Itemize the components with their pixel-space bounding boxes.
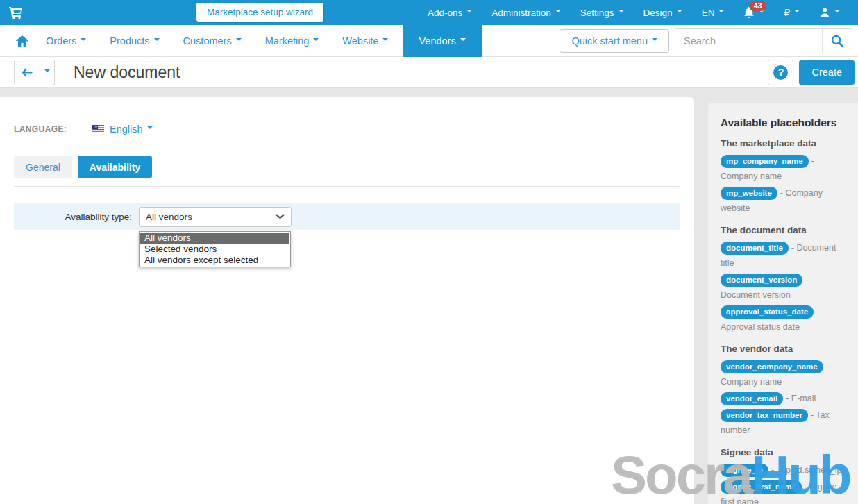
cart-icon[interactable]: [9, 6, 23, 19]
placeholder-item: document_title- Document title: [721, 240, 847, 271]
placeholder-badge[interactable]: mp_company_name: [721, 155, 809, 168]
nav-item-website[interactable]: Website: [330, 25, 400, 57]
marketplace-setup-wizard-button[interactable]: Marketplace setup wizard: [196, 3, 323, 22]
page-title: New document: [74, 63, 180, 82]
back-button[interactable]: [14, 60, 40, 85]
quick-start-menu-button[interactable]: Quick start menu: [560, 29, 669, 53]
menu-administration[interactable]: Administration: [482, 0, 571, 25]
tab-bar: General Availability: [14, 156, 152, 178]
tab-availability[interactable]: Availability: [78, 156, 152, 178]
main-nav: Orders Products Customers Marketing Webs…: [0, 25, 858, 57]
help-button[interactable]: ?: [768, 60, 793, 85]
placeholder-badge[interactable]: document_title: [721, 242, 789, 255]
chevron-down-icon: [794, 10, 800, 15]
placeholder-item: vendor_tax_number- Tax number: [721, 408, 847, 438]
nav-item-marketing[interactable]: Marketing: [253, 25, 331, 57]
search-input[interactable]: [675, 29, 822, 53]
header-actions: ? Create: [768, 60, 858, 85]
question-mark-icon: ?: [773, 65, 788, 80]
back-button-group: [14, 60, 55, 85]
tab-general[interactable]: General: [14, 156, 72, 178]
chevron-down-icon: [147, 126, 153, 132]
page-header: New document ? Create: [0, 57, 858, 88]
notification-badge: 43: [749, 1, 766, 11]
nav-item-orders[interactable]: Orders: [34, 25, 98, 57]
menu-settings[interactable]: Settings: [571, 0, 634, 25]
chevron-down-icon: [154, 38, 160, 44]
language-row: LANGUAGE: English: [14, 119, 153, 139]
nav-item-website-label: Website: [342, 35, 378, 47]
nav-item-orders-label: Orders: [46, 35, 76, 47]
option-all-vendors[interactable]: All vendors: [140, 233, 289, 244]
back-dropdown-button[interactable]: [40, 60, 55, 85]
language-code: EN: [702, 8, 715, 18]
availability-type-label: Availability type:: [14, 212, 132, 222]
placeholder-item: vendor_company_name- Company name: [721, 359, 847, 389]
nav-item-products[interactable]: Products: [98, 25, 171, 57]
option-selected-vendors[interactable]: Selected vendors: [140, 244, 289, 255]
nav-item-customers-label: Customers: [183, 35, 232, 47]
chevron-down-icon: [619, 10, 624, 15]
menu-design-label: Design: [644, 8, 673, 18]
create-button[interactable]: Create: [799, 60, 855, 85]
section-heading-marketplace: The marketplace data: [721, 138, 847, 149]
placeholder-item: mp_company_name- Company name: [721, 153, 847, 184]
placeholder-item: approval_status_date- Approval status da…: [721, 304, 847, 335]
chevron-down-icon: [81, 38, 86, 44]
currency-symbol: ₽: [784, 7, 790, 18]
section-heading-signee: Signee data: [721, 447, 847, 457]
placeholder-badge[interactable]: signee_ip: [721, 464, 768, 477]
nav-item-vendors-label: Vendors: [419, 35, 455, 47]
availability-type-select[interactable]: All vendors: [139, 207, 292, 227]
placeholder-badge[interactable]: mp_website: [721, 187, 777, 200]
notifications-button[interactable]: 43: [734, 0, 774, 25]
main-content-panel: LANGUAGE: English General Availability A…: [0, 97, 694, 504]
account-menu[interactable]: [809, 0, 850, 25]
option-all-vendors-except-selected[interactable]: All vendors except selected: [140, 255, 289, 266]
availability-type-dropdown: All vendors Selected vendors All vendors…: [139, 231, 291, 267]
chevron-down-icon: [677, 10, 682, 15]
chevron-down-icon: [236, 38, 242, 44]
placeholder-badge[interactable]: vendor_tax_number: [721, 409, 808, 422]
nav-right-group: Quick start menu: [560, 28, 858, 53]
search-button[interactable]: [822, 29, 852, 53]
search-icon: [831, 35, 843, 47]
topbar-menu: Add-ons Administration Settings Design E…: [418, 0, 858, 25]
menu-design[interactable]: Design: [634, 0, 692, 25]
chevron-down-icon: [382, 38, 388, 44]
search-box: [675, 28, 852, 53]
placeholder-item: signee_first_name- Signee first name: [721, 479, 847, 504]
placeholder-badge[interactable]: approval_status_date: [721, 305, 814, 319]
nav-item-vendors-active[interactable]: Vendors: [403, 25, 481, 57]
section-heading-document: The document data: [721, 225, 847, 235]
section-heading-vendor: The vendor data: [721, 344, 847, 354]
currency-selector[interactable]: ₽: [774, 0, 809, 25]
language-selector[interactable]: EN: [692, 0, 734, 25]
nav-item-products-label: Products: [110, 35, 149, 47]
nav-item-customers[interactable]: Customers: [171, 25, 253, 57]
arrow-left-icon: [22, 68, 33, 77]
placeholder-badge[interactable]: signee_first_name: [721, 480, 802, 494]
chevron-down-icon: [466, 10, 472, 15]
section-divider: [14, 186, 680, 187]
placeholder-badge[interactable]: document_version: [721, 274, 802, 287]
home-icon[interactable]: [10, 35, 34, 47]
us-flag-icon: [92, 125, 104, 133]
placeholder-badge[interactable]: vendor_email: [721, 392, 783, 405]
language-value: English: [110, 124, 143, 135]
quick-start-menu-label: Quick start menu: [571, 35, 648, 47]
user-icon: [819, 7, 830, 18]
placeholder-desc: - _cp_ld.signee_ip: [771, 465, 841, 475]
language-label: LANGUAGE:: [14, 124, 92, 134]
language-dropdown[interactable]: English: [92, 124, 153, 135]
availability-type-row: Availability type: All vendors: [14, 203, 680, 230]
menu-addons[interactable]: Add-ons: [418, 0, 482, 25]
menu-addons-label: Add-ons: [428, 8, 462, 18]
placeholder-item: signee_ip- _cp_ld.signee_ip: [721, 462, 847, 478]
menu-administration-label: Administration: [491, 8, 551, 18]
placeholder-badge[interactable]: vendor_company_name: [721, 360, 823, 373]
chevron-down-icon: [652, 38, 657, 44]
nav-item-marketing-label: Marketing: [265, 35, 310, 47]
placeholders-sidebar: Available placeholders The marketplace d…: [708, 103, 858, 504]
placeholder-item: mp_website- Company website: [721, 185, 847, 216]
